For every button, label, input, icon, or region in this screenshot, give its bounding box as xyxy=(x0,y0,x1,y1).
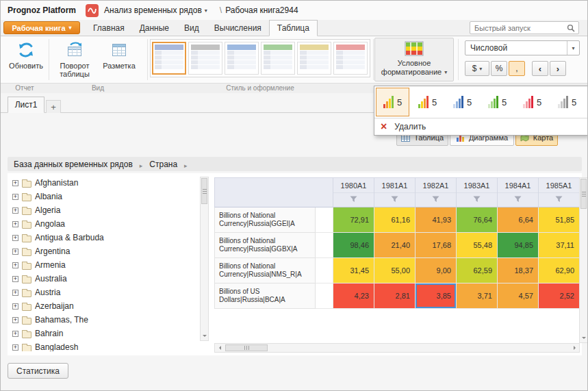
data-cell[interactable]: 4,57 xyxy=(498,283,539,309)
expand-icon[interactable] xyxy=(12,249,18,255)
column-header[interactable]: 1981A1 xyxy=(374,177,416,207)
tree-item[interactable]: Bangladesh xyxy=(8,340,199,351)
scroll-left-icon[interactable] xyxy=(215,344,225,352)
expand-icon[interactable] xyxy=(12,235,18,241)
sheet-tab-list1[interactable]: Лист1 xyxy=(8,97,44,113)
style-thumbnail[interactable] xyxy=(333,42,368,75)
percent-format-button[interactable]: % xyxy=(491,61,507,76)
expand-icon[interactable] xyxy=(12,207,18,214)
tree-item[interactable]: Afghanistan xyxy=(8,176,199,190)
increase-decimal-button[interactable]: › xyxy=(550,61,566,76)
data-cell[interactable]: 76,64 xyxy=(457,207,498,233)
expand-icon[interactable] xyxy=(12,221,18,227)
style-thumbnail[interactable] xyxy=(152,42,186,75)
tree-item[interactable]: Austria xyxy=(8,286,199,299)
tree-item[interactable]: Bahrain xyxy=(8,327,199,340)
data-cell[interactable]: 55,48 xyxy=(457,233,498,258)
tree-item[interactable]: Bahamas, The xyxy=(8,313,199,327)
iconset-option[interactable]: 5 xyxy=(515,88,549,116)
data-cell[interactable]: 55,00 xyxy=(374,258,416,283)
data-cell[interactable]: 4,23 xyxy=(333,283,374,309)
tree-scrollbar[interactable] xyxy=(200,177,209,341)
expand-icon[interactable] xyxy=(12,331,18,337)
delete-formatting-item[interactable]: Удалить xyxy=(374,118,587,135)
scroll-right-icon[interactable] xyxy=(570,344,579,352)
tab-calculations[interactable]: Вычисления xyxy=(207,20,269,36)
column-header[interactable]: 1980A1 xyxy=(333,177,374,207)
filter-funnel-icon[interactable] xyxy=(391,196,398,203)
scrollbar-thumb[interactable] xyxy=(225,344,268,351)
data-cell[interactable]: 61,16 xyxy=(374,207,416,233)
breadcrumb-dimension[interactable]: Страна xyxy=(149,160,177,169)
expand-icon[interactable] xyxy=(12,262,18,268)
layout-button[interactable]: Разметка xyxy=(99,38,139,81)
conditional-formatting-button[interactable]: Условное форматирование xyxy=(374,38,454,81)
expand-icon[interactable] xyxy=(12,303,18,310)
thousands-separator-button[interactable]: , xyxy=(509,61,525,76)
number-format-select[interactable]: Числовой xyxy=(465,40,580,55)
add-sheet-button[interactable]: + xyxy=(46,100,61,113)
column-header[interactable]: 1983A1 xyxy=(457,177,498,207)
iconset-option[interactable]: 5 xyxy=(481,88,514,116)
currency-format-button[interactable]: $ xyxy=(465,61,489,76)
grid-vertical-scrollbar[interactable] xyxy=(579,177,588,343)
data-cell[interactable]: 37,11 xyxy=(539,233,580,258)
tab-home[interactable]: Главная xyxy=(86,20,132,36)
column-header[interactable]: 1985A1 xyxy=(539,177,580,207)
filter-funnel-icon[interactable] xyxy=(555,196,563,203)
tree-item[interactable]: Azerbaijan xyxy=(8,299,199,313)
data-cell[interactable]: 62,90 xyxy=(539,258,580,283)
scroll-down-icon[interactable] xyxy=(580,334,587,342)
row-header[interactable]: Billions of National Currency|Russia|NMS… xyxy=(214,258,316,283)
data-cell[interactable]: 18,37 xyxy=(498,258,539,283)
scrollbar-thumb[interactable] xyxy=(201,178,207,204)
grid-horizontal-scrollbar[interactable] xyxy=(214,343,580,353)
expand-icon[interactable] xyxy=(12,276,18,282)
data-cell-selected[interactable]: 3,85 xyxy=(416,283,457,309)
expand-icon[interactable] xyxy=(12,180,18,186)
data-cell[interactable]: 31,45 xyxy=(333,258,374,283)
data-cell[interactable]: 17,68 xyxy=(416,233,457,258)
data-cell[interactable]: 6,64 xyxy=(498,207,539,233)
expand-icon[interactable] xyxy=(12,317,18,323)
tree-item[interactable]: Albania xyxy=(8,190,199,203)
column-header[interactable]: 1984A1 xyxy=(498,177,539,207)
tab-view[interactable]: Вид xyxy=(177,20,207,36)
row-header[interactable]: Billions of US Dollars|Russia|BCA|A xyxy=(214,283,316,309)
tree-item[interactable]: Angolaa xyxy=(8,217,199,231)
iconset-option[interactable]: 5 xyxy=(446,88,479,116)
quick-search-box[interactable] xyxy=(470,21,579,34)
style-thumbnail[interactable] xyxy=(261,42,295,75)
tree-item[interactable]: Algeria xyxy=(8,203,199,217)
data-cell[interactable]: 3,71 xyxy=(457,283,498,309)
filter-funnel-icon[interactable] xyxy=(350,196,357,203)
expand-icon[interactable] xyxy=(12,344,18,351)
tree-item[interactable]: Armenia xyxy=(8,258,199,272)
tab-table[interactable]: Таблица xyxy=(269,20,318,36)
tree-item[interactable]: Australia xyxy=(8,272,199,286)
data-cell[interactable]: 41,93 xyxy=(416,207,457,233)
filter-funnel-icon[interactable] xyxy=(514,196,522,203)
iconset-option[interactable]: 5 xyxy=(411,88,444,116)
data-cell[interactable]: 21,40 xyxy=(374,233,416,258)
refresh-button[interactable]: Обновить xyxy=(6,38,46,81)
style-thumbnail[interactable] xyxy=(188,42,222,75)
data-cell[interactable]: 72,91 xyxy=(333,207,374,233)
data-cell[interactable]: 9,00 xyxy=(416,258,457,283)
filter-funnel-icon[interactable] xyxy=(473,196,481,203)
column-header[interactable]: 1982A1 xyxy=(416,177,457,207)
style-thumbnail[interactable] xyxy=(297,42,331,75)
tree-item[interactable]: Argentina xyxy=(8,244,199,258)
expand-icon[interactable] xyxy=(12,290,18,296)
data-cell[interactable]: 2,81 xyxy=(374,283,416,309)
data-cell[interactable]: 2,52 xyxy=(539,283,580,309)
filter-funnel-icon[interactable] xyxy=(432,196,439,203)
data-cell[interactable]: 94,85 xyxy=(498,233,539,258)
quick-search-input[interactable] xyxy=(470,24,567,32)
breadcrumb-database[interactable]: База данных временных рядов xyxy=(14,160,133,169)
tree-item[interactable]: Antigua & Barbuda xyxy=(8,231,199,244)
statistics-button[interactable]: Статистика xyxy=(8,363,68,379)
module-selector[interactable]: Анализ временных рядов xyxy=(104,5,207,15)
tab-data[interactable]: Данные xyxy=(132,20,177,36)
workbook-menu-button[interactable]: Рабочая книга xyxy=(3,21,80,34)
